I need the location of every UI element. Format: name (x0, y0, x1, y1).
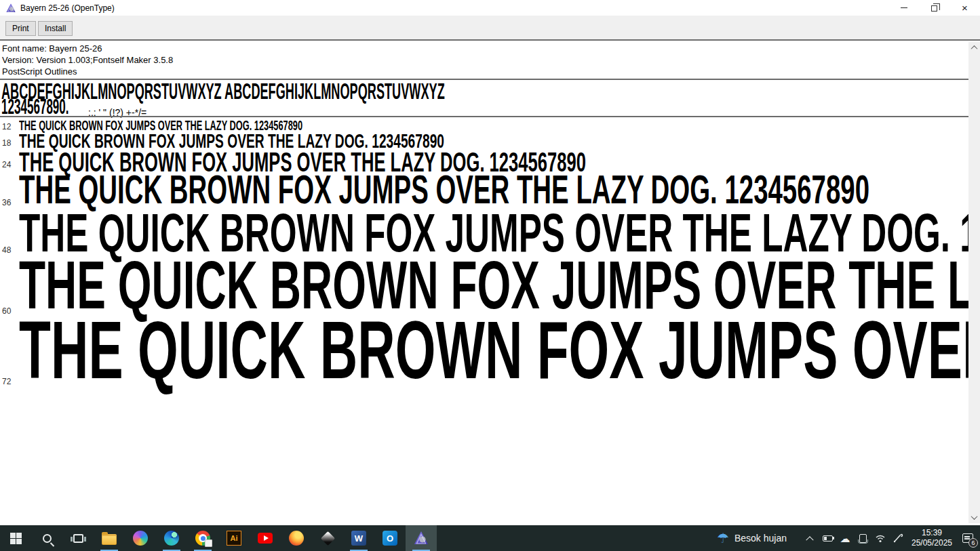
copilot-icon (133, 531, 148, 546)
sample-row-72: THE QUICK BROWN FOX JUMPS OVER THE LAZY … (19, 309, 968, 390)
taskbar-app-file-explorer[interactable] (94, 525, 125, 551)
chevron-up-icon (971, 45, 978, 52)
taskbar-app-copilot[interactable] (125, 525, 156, 551)
size-label-36: 36 (2, 198, 11, 207)
start-button[interactable] (0, 525, 31, 551)
tray-phone-link[interactable] (857, 533, 868, 544)
tray-battery[interactable] (822, 533, 833, 544)
taskbar-app-chrome[interactable] (187, 525, 218, 551)
fontview-window: Bayern 25-26 (OpenType) × Print Install … (0, 0, 980, 551)
pen-icon (893, 533, 903, 544)
font-preview-area: Font name: Bayern 25-26 Version: Version… (0, 42, 968, 525)
taskbar-clock[interactable]: 15:39 25/05/2025 (905, 528, 958, 548)
close-button[interactable]: × (949, 0, 980, 16)
close-icon: × (962, 3, 968, 13)
taskbar-app-firefox[interactable] (281, 525, 312, 551)
chrome-profile-badge (205, 539, 212, 547)
chrome-icon (195, 531, 210, 546)
restore-button[interactable] (919, 0, 949, 16)
minimize-button[interactable] (888, 0, 919, 16)
scroll-down-button[interactable] (968, 512, 980, 523)
task-view-icon (73, 534, 83, 543)
firefox-icon (289, 531, 304, 546)
taskbar-search-button[interactable] (31, 525, 62, 551)
window-title: Bayern 25-26 (OpenType) (20, 3, 115, 13)
taskbar-app-edge[interactable] (156, 525, 187, 551)
scroll-up-button[interactable] (968, 42, 980, 54)
file-explorer-icon (102, 534, 117, 545)
font-file-icon (5, 3, 16, 14)
weather-label: Besok hujan (734, 533, 787, 544)
toolbar: Print Install (0, 16, 980, 41)
font-name-line: Font name: Bayern 25-26 (2, 43, 102, 54)
restore-icon (931, 5, 937, 12)
sample-text-72: THE QUICK BROWN FOX JUMPS OVER THE LAZY … (19, 309, 968, 390)
wifi-icon (875, 533, 886, 543)
weather-widget[interactable]: ☂ Besok hujan (717, 525, 787, 551)
cloud-icon: ☁ (840, 533, 850, 544)
tray-chevron-button[interactable] (804, 533, 815, 544)
action-center-button[interactable]: 6 (956, 525, 980, 551)
tray-onedrive[interactable]: ☁ (840, 533, 850, 544)
tray-windows-ink[interactable] (893, 533, 903, 544)
clock-date: 25/05/2025 (905, 538, 958, 548)
windows-logo-icon (10, 533, 22, 544)
taskbar-app-font-viewer[interactable] (406, 525, 437, 551)
taskbar-app-inkscape[interactable] (312, 525, 343, 551)
illustrator-icon: Ai (227, 531, 241, 546)
notification-badge: 6 (968, 538, 978, 548)
taskbar-app-word[interactable]: W (343, 525, 374, 551)
size-label-48: 48 (2, 245, 11, 255)
phone-link-icon (859, 534, 867, 543)
font-viewer-icon (413, 530, 429, 546)
youtube-icon (258, 533, 273, 544)
taskbar-app-youtube[interactable] (250, 525, 281, 551)
edge-icon (164, 531, 179, 546)
tray-network[interactable] (875, 533, 886, 544)
taskbar: Ai W O (0, 525, 980, 551)
chevron-down-icon (971, 513, 978, 520)
inkscape-icon (320, 531, 334, 545)
charset-numerals: 1234567890. (1, 96, 69, 117)
search-icon (43, 534, 52, 543)
size-label-72: 72 (2, 377, 11, 386)
titlebar: Bayern 25-26 (OpenType) × (0, 0, 980, 16)
system-tray: ☁ (804, 525, 903, 551)
chevron-up-icon (806, 536, 813, 544)
print-button[interactable]: Print (5, 21, 36, 36)
divider-bottom (0, 116, 968, 117)
taskbar-app-illustrator[interactable]: Ai (218, 525, 250, 551)
font-outlines-line: PostScript Outlines (2, 66, 77, 77)
task-view-button[interactable] (62, 525, 94, 551)
vertical-scrollbar[interactable] (968, 42, 980, 523)
font-version-line: Version: Version 1.003;Fontself Maker 3.… (2, 55, 173, 65)
minimize-icon (901, 7, 907, 8)
clock-time: 15:39 (905, 528, 958, 538)
install-button[interactable]: Install (38, 21, 73, 36)
size-label-24: 24 (2, 160, 11, 169)
umbrella-rain-icon: ☂ (717, 531, 729, 545)
battery-icon (823, 535, 833, 542)
size-label-60: 60 (2, 306, 11, 316)
size-label-18: 18 (2, 138, 11, 148)
size-label-12: 12 (2, 122, 11, 131)
word-icon: W (351, 531, 366, 546)
taskbar-app-outlook[interactable]: O (374, 525, 406, 551)
outlook-icon: O (383, 531, 397, 546)
